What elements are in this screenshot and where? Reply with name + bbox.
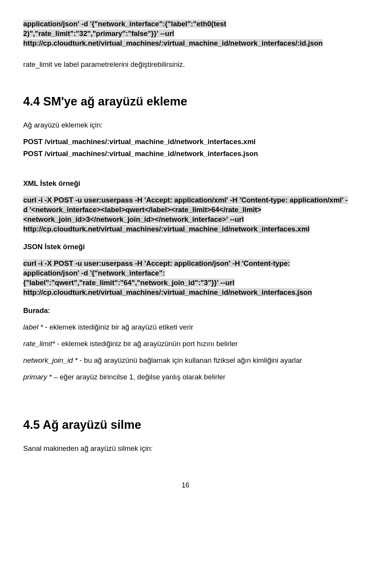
desc-join-text: - bu ağ arayüzünü bağlamak için kullanan…	[78, 356, 302, 364]
desc-rate-key: rate_limit*	[23, 340, 55, 348]
intro-code-line: application/json' -d '{"network_interfac…	[23, 20, 323, 47]
json-code-text: curl -i -X POST -u user:userpass -H 'Acc…	[23, 259, 312, 296]
xml-code-text: curl -i -X POST -u user:userpass -H 'Acc…	[23, 196, 348, 233]
desc-primary: primary * – eğer arayüz birincilse 1, de…	[23, 372, 348, 382]
post-endpoint-xml: POST /virtual_machines/:virtual_machine_…	[23, 137, 348, 147]
desc-join: network_join_id * - bu ağ arayüzünü bağl…	[23, 356, 348, 365]
desc-join-key: network_join_id *	[23, 356, 78, 364]
xml-code-block: curl -i -X POST -u user:userpass -H 'Acc…	[23, 195, 348, 234]
desc-primary-key: primary *	[23, 373, 52, 381]
intro-paragraph: rate_limit ve label parametrelerini deği…	[23, 60, 348, 70]
desc-rate-text: - eklemek istediğiniz bir ağ arayüzünün …	[55, 340, 238, 348]
intro-code-block: application/json' -d '{"network_interfac…	[23, 19, 348, 48]
json-code-block: curl -i -X POST -u user:userpass -H 'Acc…	[23, 259, 348, 297]
xml-example-heading: XML İstek örneği	[23, 179, 348, 189]
json-example-heading: JSON İstek örneği	[23, 242, 348, 252]
section-45-title: 4.5 Ağ arayüzü silme	[23, 417, 348, 433]
post-endpoint-json: POST /virtual_machines/:virtual_machine_…	[23, 149, 348, 159]
section-45-intro: Sanal makineden ağ arayüzü silmek için:	[23, 444, 348, 454]
desc-primary-text: – eğer arayüz birincilse 1, değilse yanl…	[52, 373, 225, 381]
desc-label: label * - eklemek istediğiniz bir ağ ara…	[23, 323, 348, 332]
page-number: 16	[23, 481, 348, 490]
burada-heading: Burada:	[23, 306, 348, 316]
section-44-title: 4.4 SM'ye ağ arayüzü ekleme	[23, 93, 348, 110]
section-44-intro: Ağ arayüzü eklemek için:	[23, 121, 348, 130]
desc-rate: rate_limit* - eklemek istediğiniz bir ağ…	[23, 339, 348, 349]
desc-label-text: - eklemek istediğiniz bir ağ arayüzü eti…	[43, 323, 193, 331]
desc-label-key: label *	[23, 323, 43, 331]
